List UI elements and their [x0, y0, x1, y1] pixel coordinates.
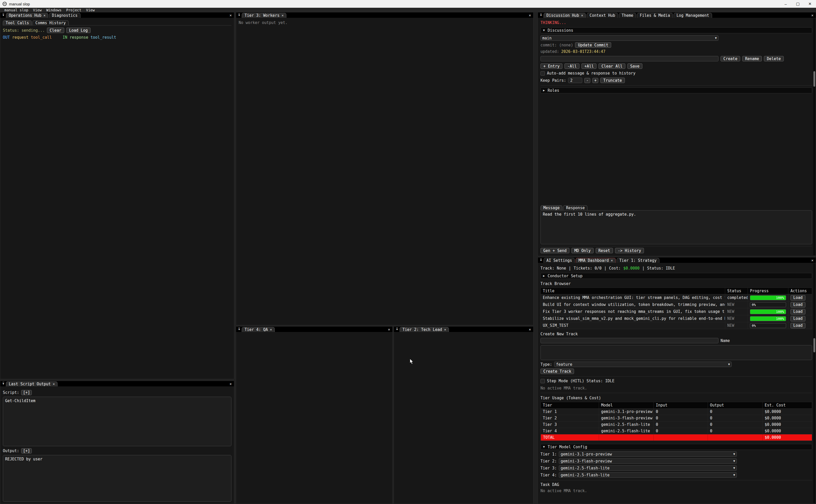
tab-ai-settings[interactable]: AI Settings [544, 258, 575, 263]
panel-close-icon[interactable]: ✕ [809, 13, 816, 17]
scrollbar-thumb[interactable] [813, 71, 815, 87]
step-mode-checkbox[interactable] [540, 379, 545, 383]
load-log-button[interactable]: Load Log [66, 28, 91, 33]
tab-tier2-tech-lead[interactable]: Tier 2: Tech Lead ✕ [400, 327, 449, 332]
update-commit-button[interactable]: Update Commit [575, 42, 611, 48]
rename-button[interactable]: Rename [742, 56, 762, 61]
new-track-name-input[interactable] [540, 338, 718, 343]
tab-operations-hub[interactable]: Operations Hub ✕ [6, 13, 48, 18]
tab-response[interactable]: Response [563, 205, 587, 210]
output-expand-button[interactable]: [+] [21, 448, 32, 453]
tab-last-script-output[interactable]: Last Script Output ✕ [6, 381, 58, 386]
close-icon[interactable]: ✕ [281, 13, 284, 17]
minimize-button[interactable]: – [780, 0, 792, 8]
keep-pairs-plus-button[interactable]: + [592, 78, 598, 83]
load-button[interactable]: Load [790, 309, 805, 314]
close-icon[interactable]: ✕ [444, 328, 446, 331]
load-button[interactable]: Load [790, 302, 805, 307]
panel-close-icon[interactable]: ✕ [809, 258, 816, 262]
create-button[interactable]: Create [721, 56, 740, 61]
window-menu-icon[interactable]: ▼ [237, 328, 242, 331]
menu-windows[interactable]: Windows [44, 8, 64, 12]
menu-manual-slop[interactable]: manual slop [2, 8, 31, 12]
tab-tier1-strategy[interactable]: Tier 1: Strategy [617, 258, 660, 263]
close-icon[interactable]: ✕ [53, 382, 55, 386]
panel-close-icon[interactable]: ✕ [227, 382, 234, 386]
add-entry-button[interactable]: + Entry [540, 63, 562, 69]
tab-message[interactable]: Message [540, 205, 562, 210]
window-close-button[interactable]: ✕ [804, 0, 816, 8]
close-icon[interactable]: ✕ [611, 258, 613, 262]
close-icon[interactable]: ✕ [270, 328, 272, 331]
tier4-model-combo[interactable]: gemini-2.5-flash-lite ▼ [559, 472, 737, 478]
menu-project[interactable]: Project [64, 8, 84, 12]
menu-view-2[interactable]: View [84, 8, 97, 12]
tier2-model-combo[interactable]: gemini-3-flash-preview ▼ [559, 458, 737, 464]
tier1-model-combo[interactable]: gemini-3.1-pro-preview ▼ [559, 451, 737, 457]
track-type-combo[interactable]: feature ▼ [554, 362, 732, 367]
load-button[interactable]: Load [790, 316, 805, 321]
truncate-button[interactable]: Truncate [600, 78, 625, 83]
script-expand-button[interactable]: [+] [21, 390, 32, 395]
conductor-setup-header[interactable]: ▶ Conductor Setup [540, 273, 812, 279]
script-textarea[interactable]: Get-ChildItem [3, 397, 231, 446]
window-menu-icon[interactable]: ▼ [237, 14, 242, 17]
to-history-button[interactable]: -> History [615, 248, 644, 253]
collapse-all-button[interactable]: -All [564, 63, 579, 69]
window-menu-icon[interactable]: ▼ [538, 14, 544, 17]
maximize-button[interactable]: ▢ [792, 0, 804, 8]
tab-tier3-workers[interactable]: Tier 3: Workers ✕ [242, 13, 286, 18]
tier3-workers-panel: ▼ Tier 3: Workers ✕ ✕ No worker output y… [236, 12, 534, 325]
load-button[interactable]: Load [790, 323, 805, 328]
window-menu-icon[interactable]: ▼ [394, 328, 400, 331]
keep-pairs-minus-button[interactable]: - [584, 78, 590, 83]
panel-close-icon[interactable]: ✕ [527, 327, 533, 331]
md-only-button[interactable]: MD Only [571, 248, 593, 253]
tier-model-config-header[interactable]: ▼ Tier Model Config [540, 444, 812, 450]
chevron-down-icon: ▼ [728, 363, 730, 366]
tab-theme[interactable]: Theme [619, 13, 636, 18]
create-new-track-label: Create New Track [540, 332, 578, 336]
tab-comms-history[interactable]: Comms History [33, 20, 68, 25]
panel-close-icon[interactable]: ✕ [386, 327, 392, 331]
vertical-scrollbar[interactable] [813, 263, 815, 503]
save-button[interactable]: Save [627, 63, 642, 69]
panel-close-icon[interactable]: ✕ [527, 13, 533, 17]
discussion-branch-combo[interactable]: main ▼ [540, 35, 718, 41]
new-track-description-textarea[interactable] [540, 345, 812, 360]
vertical-scrollbar[interactable] [813, 18, 815, 255]
menu-view[interactable]: View [31, 8, 44, 12]
close-icon[interactable]: ✕ [581, 13, 583, 17]
close-icon[interactable]: ✕ [43, 13, 45, 17]
roles-header[interactable]: ▶ Roles [540, 87, 812, 93]
tab-context-hub[interactable]: Context Hub [587, 13, 618, 18]
expand-all-button[interactable]: +All [581, 63, 596, 69]
window-menu-icon[interactable]: ▼ [538, 259, 544, 262]
auto-add-checkbox[interactable] [540, 71, 545, 76]
panel-close-icon[interactable]: ✕ [227, 13, 234, 17]
window-menu-icon[interactable]: ▼ [1, 382, 6, 385]
output-textarea[interactable]: REJECTED by user [3, 455, 231, 502]
tier2-tech-lead-panel: ▼ Tier 2: Tech Lead ✕ ✕ [394, 326, 534, 504]
reset-button[interactable]: Reset [596, 248, 613, 253]
window-menu-icon[interactable]: ▼ [1, 14, 6, 17]
tab-tier4-qa[interactable]: Tier 4: QA ✕ [242, 327, 275, 332]
message-textarea[interactable]: Read the first 10 lines of aggregate.py. [540, 210, 812, 244]
tab-files-media[interactable]: Files & Media [637, 13, 673, 18]
discussion-name-input[interactable] [540, 56, 718, 61]
tab-tool-calls[interactable]: Tool Calls [3, 20, 32, 25]
tab-discussion-hub[interactable]: Discussion Hub ✕ [544, 13, 586, 18]
clear-button[interactable]: Clear [47, 28, 64, 33]
tab-mma-dashboard[interactable]: MMA Dashboard ✕ [576, 258, 616, 263]
tab-log-management[interactable]: Log Management [674, 13, 712, 18]
delete-button[interactable]: Delete [764, 56, 783, 61]
gen-send-button[interactable]: Gen + Send [540, 248, 569, 253]
tier3-model-combo[interactable]: gemini-2.5-flash-lite ▼ [559, 465, 737, 471]
load-button[interactable]: Load [790, 295, 805, 300]
clear-all-button[interactable]: Clear All [599, 63, 625, 69]
scrollbar-thumb[interactable] [813, 338, 815, 352]
keep-pairs-input[interactable]: 2 [568, 78, 582, 83]
tab-diagnostics[interactable]: Diagnostics [49, 13, 80, 18]
create-track-button[interactable]: Create Track [540, 369, 574, 374]
discussions-header[interactable]: ▼ Discussions [540, 27, 812, 33]
